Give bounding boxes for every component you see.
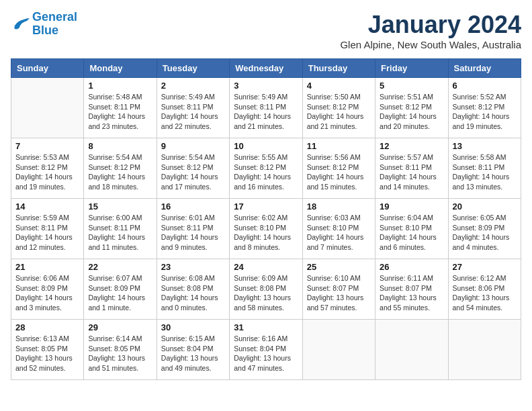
calendar-cell: 11Sunrise: 5:56 AM Sunset: 8:12 PM Dayli… [302, 138, 375, 199]
day-number: 25 [307, 262, 371, 272]
day-info: Sunrise: 6:14 AM Sunset: 8:05 PM Dayligh… [88, 334, 152, 373]
day-info: Sunrise: 6:09 AM Sunset: 8:08 PM Dayligh… [234, 273, 298, 313]
logo-icon [11, 16, 30, 32]
day-number: 20 [453, 201, 517, 212]
week-row: 1Sunrise: 5:48 AM Sunset: 8:11 PM Daylig… [11, 78, 521, 138]
day-info: Sunrise: 5:48 AM Sunset: 8:11 PM Dayligh… [88, 92, 152, 132]
day-number: 11 [307, 141, 371, 151]
calendar-cell [302, 320, 375, 380]
day-number: 9 [161, 141, 225, 151]
day-info: Sunrise: 5:54 AM Sunset: 8:12 PM Dayligh… [161, 152, 225, 192]
weekday-header: Tuesday [157, 59, 229, 78]
day-info: Sunrise: 6:13 AM Sunset: 8:05 PM Dayligh… [15, 334, 79, 373]
day-number: 31 [234, 322, 298, 332]
calendar-cell: 23Sunrise: 6:08 AM Sunset: 8:08 PM Dayli… [157, 259, 229, 320]
day-info: Sunrise: 5:49 AM Sunset: 8:11 PM Dayligh… [161, 92, 225, 132]
calendar-cell: 7Sunrise: 5:53 AM Sunset: 8:12 PM Daylig… [11, 138, 84, 199]
day-number: 8 [88, 141, 152, 151]
calendar-cell: 28Sunrise: 6:13 AM Sunset: 8:05 PM Dayli… [11, 320, 84, 380]
day-info: Sunrise: 6:16 AM Sunset: 8:04 PM Dayligh… [234, 334, 298, 373]
day-info: Sunrise: 5:59 AM Sunset: 8:11 PM Dayligh… [15, 213, 79, 253]
calendar-cell: 18Sunrise: 6:03 AM Sunset: 8:10 PM Dayli… [302, 199, 375, 259]
calendar-cell: 25Sunrise: 6:10 AM Sunset: 8:07 PM Dayli… [302, 259, 375, 320]
calendar-cell: 16Sunrise: 6:01 AM Sunset: 8:11 PM Dayli… [157, 199, 229, 259]
weekday-header: Sunday [11, 59, 84, 78]
calendar-cell: 1Sunrise: 5:48 AM Sunset: 8:11 PM Daylig… [84, 78, 157, 138]
day-info: Sunrise: 5:52 AM Sunset: 8:12 PM Dayligh… [453, 92, 517, 132]
day-info: Sunrise: 5:53 AM Sunset: 8:12 PM Dayligh… [15, 152, 79, 192]
calendar-cell: 21Sunrise: 6:06 AM Sunset: 8:09 PM Dayli… [11, 259, 84, 320]
calendar-cell: 15Sunrise: 6:00 AM Sunset: 8:11 PM Dayli… [84, 199, 157, 259]
calendar-cell: 10Sunrise: 5:55 AM Sunset: 8:12 PM Dayli… [230, 138, 302, 199]
calendar-cell: 2Sunrise: 5:49 AM Sunset: 8:11 PM Daylig… [157, 78, 229, 138]
week-row: 28Sunrise: 6:13 AM Sunset: 8:05 PM Dayli… [11, 320, 521, 380]
day-number: 2 [161, 81, 225, 91]
logo-text: General Blue [32, 11, 77, 38]
day-info: Sunrise: 6:06 AM Sunset: 8:09 PM Dayligh… [15, 273, 79, 313]
day-number: 18 [307, 201, 371, 212]
day-number: 15 [88, 201, 152, 212]
day-info: Sunrise: 5:57 AM Sunset: 8:11 PM Dayligh… [380, 152, 443, 192]
day-number: 17 [234, 201, 298, 212]
day-number: 30 [161, 322, 225, 332]
calendar-cell: 9Sunrise: 5:54 AM Sunset: 8:12 PM Daylig… [157, 138, 229, 199]
month-title: January 2024 [340, 11, 521, 39]
title-section: January 2024 Glen Alpine, New South Wale… [340, 11, 521, 50]
calendar-cell: 29Sunrise: 6:14 AM Sunset: 8:05 PM Dayli… [84, 320, 157, 380]
day-info: Sunrise: 6:05 AM Sunset: 8:09 PM Dayligh… [453, 213, 517, 253]
calendar-cell: 12Sunrise: 5:57 AM Sunset: 8:11 PM Dayli… [375, 138, 448, 199]
calendar-cell: 20Sunrise: 6:05 AM Sunset: 8:09 PM Dayli… [448, 199, 521, 259]
day-number: 1 [88, 81, 152, 91]
day-info: Sunrise: 6:07 AM Sunset: 8:09 PM Dayligh… [88, 273, 152, 313]
day-number: 23 [161, 262, 225, 272]
week-row: 7Sunrise: 5:53 AM Sunset: 8:12 PM Daylig… [11, 138, 521, 199]
week-row: 14Sunrise: 5:59 AM Sunset: 8:11 PM Dayli… [11, 199, 521, 259]
calendar-cell: 19Sunrise: 6:04 AM Sunset: 8:10 PM Dayli… [375, 199, 448, 259]
calendar-cell: 22Sunrise: 6:07 AM Sunset: 8:09 PM Dayli… [84, 259, 157, 320]
day-info: Sunrise: 6:15 AM Sunset: 8:04 PM Dayligh… [161, 334, 225, 373]
day-number: 7 [15, 141, 79, 151]
calendar-table: SundayMondayTuesdayWednesdayThursdayFrid… [11, 58, 521, 380]
day-number: 16 [161, 201, 225, 212]
day-info: Sunrise: 6:03 AM Sunset: 8:10 PM Dayligh… [307, 213, 371, 253]
day-info: Sunrise: 6:04 AM Sunset: 8:10 PM Dayligh… [380, 213, 443, 253]
day-info: Sunrise: 6:08 AM Sunset: 8:08 PM Dayligh… [161, 273, 225, 313]
day-number: 21 [15, 262, 79, 272]
location: Glen Alpine, New South Wales, Australia [340, 39, 521, 50]
day-info: Sunrise: 5:56 AM Sunset: 8:12 PM Dayligh… [307, 152, 371, 192]
day-info: Sunrise: 6:00 AM Sunset: 8:11 PM Dayligh… [88, 213, 152, 253]
day-number: 28 [15, 322, 79, 332]
calendar-cell: 27Sunrise: 6:12 AM Sunset: 8:06 PM Dayli… [448, 259, 521, 320]
day-info: Sunrise: 6:02 AM Sunset: 8:10 PM Dayligh… [234, 213, 298, 253]
day-number: 27 [453, 262, 517, 272]
calendar-cell: 6Sunrise: 5:52 AM Sunset: 8:12 PM Daylig… [448, 78, 521, 138]
calendar-cell: 17Sunrise: 6:02 AM Sunset: 8:10 PM Dayli… [230, 199, 302, 259]
calendar-cell: 24Sunrise: 6:09 AM Sunset: 8:08 PM Dayli… [230, 259, 302, 320]
weekday-header: Wednesday [230, 59, 302, 78]
page-header: General Blue January 2024 Glen Alpine, N… [11, 11, 521, 50]
day-info: Sunrise: 5:55 AM Sunset: 8:12 PM Dayligh… [234, 152, 298, 192]
weekday-header: Friday [375, 59, 448, 78]
calendar-cell [11, 78, 84, 138]
calendar-cell: 5Sunrise: 5:51 AM Sunset: 8:12 PM Daylig… [375, 78, 448, 138]
day-number: 26 [380, 262, 443, 272]
day-info: Sunrise: 5:51 AM Sunset: 8:12 PM Dayligh… [380, 92, 443, 132]
day-info: Sunrise: 6:10 AM Sunset: 8:07 PM Dayligh… [307, 273, 371, 313]
calendar-cell: 30Sunrise: 6:15 AM Sunset: 8:04 PM Dayli… [157, 320, 229, 380]
day-info: Sunrise: 6:01 AM Sunset: 8:11 PM Dayligh… [161, 213, 225, 253]
logo: General Blue [11, 11, 77, 38]
week-row: 21Sunrise: 6:06 AM Sunset: 8:09 PM Dayli… [11, 259, 521, 320]
day-info: Sunrise: 5:54 AM Sunset: 8:12 PM Dayligh… [88, 152, 152, 192]
weekday-header: Monday [84, 59, 157, 78]
weekday-header: Thursday [302, 59, 375, 78]
day-info: Sunrise: 6:11 AM Sunset: 8:07 PM Dayligh… [380, 273, 443, 313]
day-number: 5 [380, 81, 443, 91]
calendar-cell [448, 320, 521, 380]
day-number: 6 [453, 81, 517, 91]
day-number: 14 [15, 201, 79, 212]
weekday-header: Saturday [448, 59, 521, 78]
calendar-cell: 26Sunrise: 6:11 AM Sunset: 8:07 PM Dayli… [375, 259, 448, 320]
day-number: 10 [234, 141, 298, 151]
day-info: Sunrise: 6:12 AM Sunset: 8:06 PM Dayligh… [453, 273, 517, 313]
calendar-cell: 8Sunrise: 5:54 AM Sunset: 8:12 PM Daylig… [84, 138, 157, 199]
